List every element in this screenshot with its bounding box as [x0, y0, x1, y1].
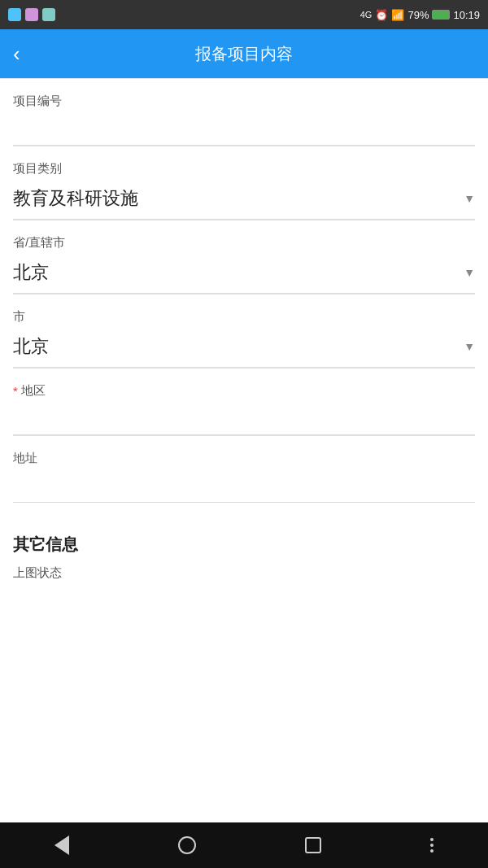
- field-project-type: 项目类别 教育及科研设施 ▼: [0, 146, 488, 220]
- battery-icon: [432, 10, 450, 20]
- back-button[interactable]: ‹: [13, 43, 20, 64]
- menu-nav-icon: [430, 838, 434, 853]
- app-icon-3: [42, 8, 55, 21]
- label-project-number: 项目编号: [13, 79, 475, 114]
- dropdown-province-value: 北京: [13, 260, 49, 285]
- time-display: 10:19: [453, 9, 480, 21]
- nav-menu-button[interactable]: [417, 831, 447, 859]
- status-bar-left: [8, 8, 55, 21]
- dot-3: [430, 849, 434, 853]
- other-info-sublabel: 上图状态: [0, 562, 488, 589]
- input-address[interactable]: [13, 471, 475, 503]
- field-project-number: 项目编号: [0, 79, 488, 146]
- input-project-number[interactable]: [13, 114, 475, 146]
- clock-icon: ⏰: [375, 9, 388, 21]
- chevron-down-icon-2: ▼: [464, 266, 475, 279]
- chevron-down-icon-3: ▼: [464, 340, 475, 353]
- network-icon: 4G: [360, 10, 373, 20]
- nav-home-button[interactable]: [165, 830, 209, 861]
- home-nav-icon: [178, 836, 196, 854]
- app-icon-2: [25, 8, 38, 21]
- nav-recent-button[interactable]: [292, 831, 334, 860]
- label-district: * 地区: [13, 369, 475, 403]
- battery-text: 79%: [407, 9, 429, 21]
- bottom-nav: [0, 822, 488, 868]
- field-province: 省/直辖市 北京 ▼: [0, 220, 488, 294]
- dropdown-province[interactable]: 北京 ▼: [13, 255, 475, 294]
- input-district[interactable]: [13, 403, 475, 435]
- label-address: 地址: [13, 436, 475, 471]
- field-address: 地址: [0, 436, 488, 503]
- spacer: [0, 503, 488, 519]
- label-project-type: 项目类别: [13, 146, 475, 181]
- dropdown-project-type[interactable]: 教育及科研设施 ▼: [13, 181, 475, 220]
- dropdown-city-value: 北京: [13, 334, 49, 359]
- field-district: * 地区: [0, 369, 488, 435]
- status-bar: 4G ⏰ 📶 79% 10:19: [0, 0, 488, 29]
- status-bar-right: 4G ⏰ 📶 79% 10:19: [360, 9, 480, 21]
- recent-nav-icon: [305, 837, 321, 853]
- back-nav-icon: [54, 835, 69, 855]
- chevron-down-icon: ▼: [464, 192, 475, 205]
- wifi-icon: 📶: [391, 9, 404, 21]
- field-city: 市 北京 ▼: [0, 294, 488, 368]
- app-icon-1: [8, 8, 21, 21]
- label-province: 省/直辖市: [13, 220, 475, 255]
- required-star-district: *: [13, 384, 18, 398]
- dropdown-project-type-value: 教育及科研设施: [13, 186, 138, 211]
- dot-1: [430, 838, 434, 841]
- form-body: 项目编号 项目类别 教育及科研设施 ▼ 省/直辖市 北京 ▼ 市 北京 ▼: [0, 79, 488, 822]
- nav-back-button[interactable]: [41, 829, 82, 861]
- dot-2: [430, 844, 434, 847]
- page-title: 报备项目内容: [195, 43, 293, 65]
- other-info-heading: 其它信息: [0, 519, 488, 562]
- dropdown-city[interactable]: 北京 ▼: [13, 329, 475, 368]
- header: ‹ 报备项目内容: [0, 29, 488, 78]
- label-city: 市: [13, 294, 475, 329]
